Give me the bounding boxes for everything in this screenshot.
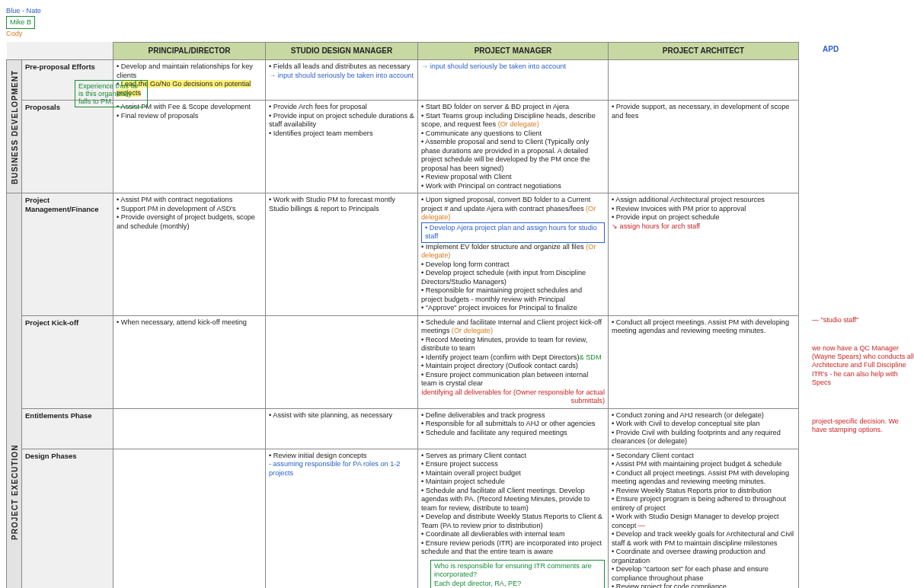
cell-preprop-sdm: • Fields all leads and distributes as ne… <box>266 60 418 101</box>
cell-proposals-principal: • Assist PM with Fee & Scope development… <box>113 101 266 193</box>
cell-ent-pm: • Define deliverables and track progress… <box>418 408 609 449</box>
cell-des-principal <box>113 449 266 588</box>
cell-proposals-pa: • Provide support, as necessary, in deve… <box>609 101 799 193</box>
cell-des-pm: • Serves as primary Client contact• Ensu… <box>418 449 609 588</box>
row-design: Design Phases <box>22 449 113 588</box>
note-studio-staff: — "studio staff" <box>812 316 914 324</box>
responsibility-matrix: PRINCIPAL/DIRECTOR STUDIO DESIGN MANAGER… <box>6 42 799 588</box>
cell-des-pa: • Secondary Client contact• Assist PM wi… <box>609 449 799 588</box>
cell-ent-sdm: • Assist with site planning, as necessar… <box>266 408 418 449</box>
cell-preprop-pa <box>609 60 799 101</box>
row-pmfinance: Project Management/Finance <box>22 193 113 316</box>
cell-pmf-principal: • Assist PM with contract negotiations• … <box>113 193 266 316</box>
group-biz: BUSINESS DEVELOPMENT <box>7 60 22 193</box>
col-pm: PROJECT MANAGER <box>418 42 609 60</box>
col-sdm: STUDIO DESIGN MANAGER <box>266 42 418 60</box>
cell-pmf-pa: • Assign additional Architectural projec… <box>609 193 799 316</box>
side-notes: — "studio staff" we now have a QC Manage… <box>812 42 914 443</box>
row-proposals: Proposals <box>22 101 113 193</box>
legend-green: Mike B <box>6 16 35 29</box>
cell-ko-principal: • When necessary, attend kick-off meetin… <box>113 315 266 408</box>
legend-blue: Blue - Nate <box>6 7 41 14</box>
cell-pmf-sdm: • Work with Studio PM to forecast montly… <box>266 193 418 316</box>
note-stamping: project-specific decision. We have stamp… <box>812 417 914 435</box>
col-pa: PROJECT ARCHITECT <box>609 42 799 60</box>
note-qc-manager: we now have a QC Manager (Wayne Spears) … <box>812 344 914 387</box>
cell-ko-pm: • Schedule and facilitate Internal and C… <box>418 315 609 408</box>
legend-cody: Cody <box>6 30 22 37</box>
cell-ent-pa: • Conduct zoning and AHJ research (or de… <box>609 408 799 449</box>
cell-des-sdm: • Review initial design concepts- assumi… <box>266 449 418 588</box>
cell-ko-sdm <box>266 315 418 408</box>
group-exec: PROJECT EXECUTION <box>7 193 22 588</box>
cell-ko-pa: • Conduct all project meetings. Assist P… <box>609 315 799 408</box>
note-experience: Experience thus far is this organically … <box>75 80 148 107</box>
cell-ent-principal <box>113 408 266 449</box>
cell-pmf-pm: • Upon signed proposal, convert BD folde… <box>418 193 609 316</box>
legend-block: Blue - Nate Mike B Cody <box>6 6 908 39</box>
cell-preprop-pm: → input should seriously be taken into a… <box>418 60 609 101</box>
col-principal: PRINCIPAL/DIRECTOR <box>113 42 266 60</box>
cell-proposals-sdm: • Provide Arch fees for proposal• Provid… <box>266 101 418 193</box>
cell-proposals-pm: • Start BD folder on server & BD project… <box>418 101 609 193</box>
row-entitle: Entitlements Phase <box>22 408 113 449</box>
row-kickoff: Project Kick-off <box>22 315 113 408</box>
